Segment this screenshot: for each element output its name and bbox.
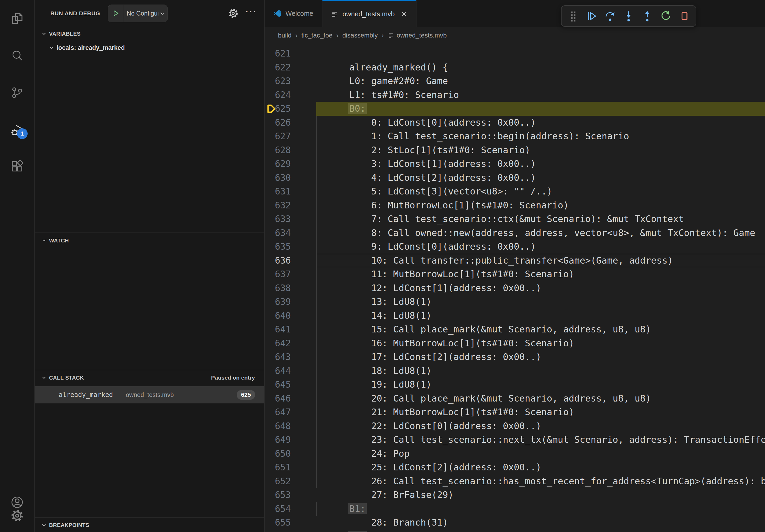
code-line[interactable]: 649 24: Pop bbox=[265, 433, 765, 447]
breakpoint-gutter[interactable]: 651 bbox=[265, 460, 316, 474]
code-line[interactable]: 622 L0: game#2#0: Game bbox=[265, 61, 765, 75]
breakpoint-gutter[interactable]: 627 bbox=[265, 130, 316, 143]
code-line[interactable]: 623 L1: ts#1#0: Scenario bbox=[265, 74, 765, 88]
code-line[interactable]: 639 14: LdU8(1) bbox=[265, 295, 765, 309]
debug-settings-gear-icon[interactable] bbox=[228, 8, 239, 19]
code-line[interactable]: 645 20: Call place_mark(&mut Scenario, a… bbox=[265, 378, 765, 392]
stop-icon[interactable] bbox=[678, 10, 690, 22]
code-line[interactable]: 648 23: Call test_scenario::next_tx(&mut… bbox=[265, 419, 765, 433]
search-icon[interactable] bbox=[10, 49, 24, 62]
code-line[interactable]: 624 B0: bbox=[265, 88, 765, 102]
code-line[interactable]: 640 15: Call place_mark(&mut Scenario, a… bbox=[265, 309, 765, 323]
breakpoint-gutter[interactable]: 636 bbox=[265, 254, 316, 268]
code-line[interactable]: 625 0: LdConst[0](address: 0x00..) bbox=[265, 102, 765, 116]
code-line[interactable]: 655 B2: bbox=[265, 516, 765, 530]
breakpoint-gutter[interactable]: 626 bbox=[265, 116, 316, 130]
breadcrumb-item-file[interactable]: owned_tests.mvb bbox=[387, 32, 447, 39]
explorer-icon[interactable] bbox=[10, 12, 24, 25]
breakpoint-gutter[interactable]: 621 bbox=[265, 47, 316, 61]
step-out-icon[interactable] bbox=[641, 10, 653, 22]
step-into-icon[interactable] bbox=[622, 10, 635, 22]
extensions-icon[interactable] bbox=[10, 160, 24, 173]
code-line[interactable]: 628 3: LdConst[1](address: 0x00..) bbox=[265, 143, 765, 157]
tab-owned-tests[interactable]: owned_tests.mvb bbox=[323, 0, 417, 27]
code-line[interactable]: 653 B1: bbox=[265, 488, 765, 502]
code-line[interactable]: 654 28: Branch(31) bbox=[265, 502, 765, 516]
start-debug-icon[interactable] bbox=[108, 5, 124, 22]
code-line[interactable]: 651 26: Call test_scenario::has_most_rec… bbox=[265, 460, 765, 474]
breakpoint-gutter[interactable]: 638 bbox=[265, 281, 316, 295]
breadcrumb-item[interactable]: build bbox=[278, 32, 292, 39]
breakpoints-section-header[interactable]: BREAKPOINTS bbox=[35, 518, 264, 532]
more-actions-icon[interactable]: ··· bbox=[246, 9, 257, 18]
breakpoint-gutter[interactable]: 639 bbox=[265, 295, 316, 309]
breakpoint-gutter[interactable]: 653 bbox=[265, 488, 316, 502]
call-stack-section-header[interactable]: CALL STACK Paused on entry bbox=[35, 370, 264, 385]
breakpoint-gutter[interactable]: 637 bbox=[265, 267, 316, 281]
debug-config-dropdown[interactable]: No Configura bbox=[108, 5, 168, 22]
code-line[interactable]: 626 1: Call test_scenario::begin(address… bbox=[265, 116, 765, 130]
source-control-icon[interactable] bbox=[10, 86, 24, 100]
code-line[interactable]: 646 21: MutBorrowLoc[1](ts#1#0: Scenario… bbox=[265, 392, 765, 405]
breakpoint-gutter[interactable]: 623 bbox=[265, 74, 316, 88]
breakpoint-gutter[interactable]: 652 bbox=[265, 474, 316, 488]
breadcrumb-item[interactable]: disassembly bbox=[342, 32, 378, 39]
accounts-icon[interactable] bbox=[10, 496, 24, 509]
step-over-icon[interactable] bbox=[604, 10, 616, 22]
breakpoint-gutter[interactable]: 635 bbox=[265, 240, 316, 254]
code-line[interactable]: 630 5: LdConst[3](vector<u8>: "" /..) bbox=[265, 171, 765, 185]
breakpoint-gutter[interactable]: 629 bbox=[265, 157, 316, 171]
breakpoint-gutter[interactable]: 654 bbox=[265, 502, 316, 516]
call-stack-frame-row[interactable]: already_marked owned_tests.mvb 625 bbox=[35, 386, 264, 403]
breakpoint-gutter[interactable]: 643 bbox=[265, 350, 316, 364]
breakpoint-gutter[interactable]: 630 bbox=[265, 171, 316, 185]
breakpoint-gutter[interactable]: 644 bbox=[265, 364, 316, 378]
code-line[interactable]: 650 25: LdConst[2](address: 0x00..) bbox=[265, 447, 765, 461]
code-line[interactable]: 642 17: LdConst[2](address: 0x00..) bbox=[265, 337, 765, 350]
breakpoint-gutter[interactable]: 632 bbox=[265, 198, 316, 212]
run-and-debug-icon[interactable]: 1 bbox=[10, 123, 24, 136]
code-line[interactable]: 647 22: LdConst[0](address: 0x00..) bbox=[265, 405, 765, 419]
breakpoint-gutter[interactable]: 647 bbox=[265, 405, 316, 419]
code-line[interactable]: 652 27: BrFalse(29) bbox=[265, 474, 765, 488]
breakpoint-gutter[interactable]: 634 bbox=[265, 226, 316, 240]
breakpoint-gutter[interactable]: 645 bbox=[265, 378, 316, 392]
toolbar-drag-handle-icon[interactable] bbox=[567, 10, 579, 22]
breakpoint-gutter[interactable]: 655 bbox=[265, 516, 316, 530]
breadcrumb-item[interactable]: tic_tac_toe bbox=[301, 32, 333, 39]
variables-section-header[interactable]: VARIABLES bbox=[35, 27, 264, 41]
breakpoint-gutter[interactable]: 648 bbox=[265, 419, 316, 433]
breakpoint-gutter[interactable]: 628 bbox=[265, 143, 316, 157]
breakpoint-gutter[interactable]: 625 bbox=[265, 102, 316, 116]
breakpoint-gutter[interactable]: 633 bbox=[265, 212, 316, 226]
breakpoint-gutter[interactable]: 650 bbox=[265, 447, 316, 461]
breakpoint-gutter[interactable]: 642 bbox=[265, 337, 316, 350]
restart-icon[interactable] bbox=[660, 10, 672, 22]
watch-section-header[interactable]: WATCH bbox=[35, 233, 264, 248]
code-line[interactable]: 633 8: Call owned::new(address, address,… bbox=[265, 212, 765, 226]
code-line[interactable]: 643 18: LdU8(1) bbox=[265, 350, 765, 364]
code-line[interactable]: 638 13: LdU8(1) bbox=[265, 281, 765, 295]
breakpoint-gutter[interactable]: 649 bbox=[265, 433, 316, 447]
code-line[interactable]: 634 9: LdConst[0](address: 0x00..) bbox=[265, 226, 765, 240]
breakpoint-gutter[interactable]: 631 bbox=[265, 184, 316, 198]
tab-welcome[interactable]: Welcome bbox=[265, 0, 323, 27]
settings-gear-icon[interactable] bbox=[10, 509, 24, 522]
code-line[interactable]: 627 2: StLoc[1](ts#1#0: Scenario) bbox=[265, 130, 765, 143]
locals-scope-row[interactable]: locals: already_marked bbox=[35, 41, 264, 55]
code-line[interactable]: 637 12: LdConst[1](address: 0x00..) bbox=[265, 267, 765, 281]
code-line[interactable]: 641 16: MutBorrowLoc[1](ts#1#0: Scenario… bbox=[265, 323, 765, 337]
code-line[interactable]: 644 19: LdU8(1) bbox=[265, 364, 765, 378]
breakpoint-gutter[interactable]: 622 bbox=[265, 61, 316, 75]
breakpoint-gutter[interactable]: 640 bbox=[265, 309, 316, 323]
code-line[interactable]: 621 already_marked() { bbox=[265, 47, 765, 61]
code-line[interactable]: 635 10: Call transfer::public_transfer<G… bbox=[265, 240, 765, 254]
breakpoint-gutter[interactable]: 641 bbox=[265, 323, 316, 337]
code-line[interactable]: 631 6: MutBorrowLoc[1](ts#1#0: Scenario) bbox=[265, 184, 765, 198]
code-line[interactable]: 632 7: Call test_scenario::ctx(&mut Scen… bbox=[265, 198, 765, 212]
breakpoint-gutter[interactable]: 624 bbox=[265, 88, 316, 102]
close-tab-icon[interactable] bbox=[400, 10, 407, 17]
code-line[interactable]: 636 11: MutBorrowLoc[1](ts#1#0: Scenario… bbox=[265, 254, 765, 268]
continue-icon[interactable] bbox=[585, 10, 598, 22]
breakpoint-gutter[interactable]: 646 bbox=[265, 392, 316, 405]
